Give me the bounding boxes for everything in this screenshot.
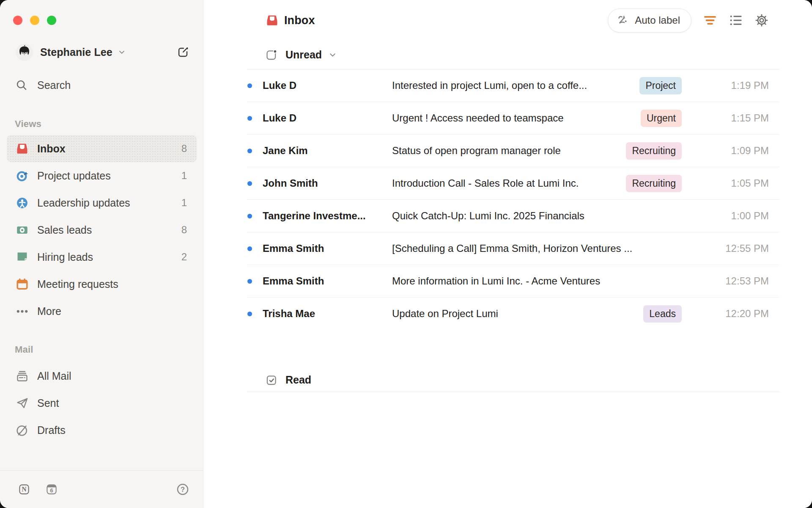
unread-dot	[247, 181, 252, 186]
inbox-icon	[16, 142, 29, 155]
sidebar-item-hiring-leads[interactable]: Hiring leads 2	[7, 243, 197, 271]
sidebar-item-all-mail[interactable]: All Mail	[7, 362, 197, 389]
email-row[interactable]: Tangerine Investme... Quick Catch-Up: Lu…	[247, 200, 779, 232]
sidebar-item-leadership-updates[interactable]: Leadership updates 1	[7, 189, 197, 216]
target-icon	[16, 169, 29, 182]
views-section-label: Views	[15, 119, 41, 130]
send-icon	[16, 397, 29, 410]
email-subject: Urgent ! Access needed to teamspace	[392, 112, 641, 124]
list-icon	[729, 13, 743, 28]
calendar-icon	[16, 278, 29, 291]
email-row[interactable]: Emma Smith More information in Lumi Inc.…	[247, 265, 779, 298]
sidebar-item-count: 2	[181, 251, 187, 263]
email-label-badge: Recruiting	[626, 142, 682, 160]
sidebar-item-meeting-requests[interactable]: Meeting requests	[7, 271, 197, 298]
email-sender: Jane Kim	[263, 145, 392, 157]
email-row[interactable]: Jane Kim Status of open program manager …	[247, 135, 779, 167]
email-list: Luke D Interested in project Lumi, open …	[247, 69, 779, 330]
mail-section-label: Mail	[15, 344, 33, 355]
sidebar-item-inbox[interactable]: Inbox 8	[7, 135, 197, 162]
email-row[interactable]: Emma Smith [Scheduling a Call] Emma Smit…	[247, 232, 779, 265]
chevron-down-icon	[118, 48, 126, 56]
sidebar-item-label: Inbox	[37, 143, 66, 155]
sidebar-item-label: Meeting requests	[37, 278, 118, 290]
read-icon	[266, 374, 277, 386]
inbox-icon	[266, 14, 279, 27]
sidebar-item-more[interactable]: More	[7, 298, 197, 325]
email-row[interactable]: Luke D Urgent ! Access needed to teamspa…	[247, 102, 779, 135]
compose-icon[interactable]	[177, 46, 189, 58]
app-window: Stephanie Lee Search Views Inbox 8 Proje…	[0, 0, 812, 508]
unread-dot	[247, 116, 252, 121]
leadership-icon	[16, 196, 29, 210]
sidebar-item-project-updates[interactable]: Project updates 1	[7, 162, 197, 189]
email-label-badge: Leads	[643, 305, 682, 323]
email-time: 1:09 PM	[682, 145, 769, 157]
close-window-button[interactable]	[13, 16, 22, 25]
svg-text:N: N	[22, 486, 27, 493]
email-subject: Status of open program manager role	[392, 145, 626, 157]
account-switcher[interactable]: Stephanie Lee	[16, 43, 189, 61]
all-mail-icon	[16, 370, 29, 383]
ellipsis-icon	[16, 305, 29, 318]
email-time: 12:55 PM	[682, 243, 769, 254]
money-icon	[16, 224, 29, 237]
auto-label-button[interactable]: Auto label	[608, 8, 691, 33]
window-controls	[13, 16, 56, 25]
unread-icon	[266, 49, 277, 61]
email-subject: Quick Catch-Up: Lumi Inc. 2025 Financial…	[392, 210, 682, 222]
email-sender: Tangerine Investme...	[263, 210, 392, 222]
unread-section-header[interactable]: Unread	[247, 41, 779, 69]
email-subject: More information in Lumi Inc. - Acme Ven…	[392, 275, 682, 287]
svg-text:?: ?	[181, 486, 185, 493]
header-controls: Auto label	[608, 8, 769, 33]
money-icon	[16, 224, 29, 237]
zoom-window-button[interactable]	[47, 16, 56, 25]
read-checkbox-icon	[266, 374, 277, 386]
email-time: 1:00 PM	[682, 210, 769, 222]
sidebar-item-drafts[interactable]: Drafts	[7, 417, 197, 444]
sidebar-item-sales-leads[interactable]: Sales leads 8	[7, 216, 197, 243]
email-label-badge: Recruiting	[626, 175, 682, 192]
calendar-icon	[16, 278, 29, 291]
minimize-window-button[interactable]	[30, 16, 39, 25]
send-icon	[16, 397, 29, 410]
email-row[interactable]: Luke D Interested in project Lumi, open …	[247, 69, 779, 102]
compose-icon	[177, 46, 189, 58]
search-icon	[16, 79, 27, 91]
notion-calendar-icon[interactable]: 6	[46, 483, 58, 495]
read-section-header[interactable]: Read	[247, 368, 779, 392]
unread-section-label: Unread	[285, 49, 322, 61]
sidebar-item-label: More	[37, 305, 61, 318]
sidebar-item-sent[interactable]: Sent	[7, 389, 197, 417]
ellipsis-icon	[16, 305, 29, 318]
settings-gear-icon[interactable]	[754, 13, 769, 28]
help-icon[interactable]: ?	[176, 483, 189, 496]
sidebar-item-label: Hiring leads	[37, 251, 93, 263]
target-icon	[16, 169, 29, 182]
filter-icon[interactable]	[703, 13, 717, 28]
unread-dot	[247, 149, 252, 153]
email-row[interactable]: John Smith Introduction Call - Sales Rol…	[247, 167, 779, 200]
user-name: Stephanie Lee	[40, 46, 112, 58]
email-time: 1:19 PM	[682, 80, 769, 91]
email-sender: John Smith	[263, 177, 392, 189]
email-time: 12:20 PM	[682, 308, 769, 320]
sidebar: Stephanie Lee Search Views Inbox 8 Proje…	[0, 0, 203, 508]
email-label-badge: Urgent	[641, 110, 682, 127]
search-input[interactable]: Search	[16, 78, 71, 92]
list-view-icon[interactable]	[729, 13, 743, 28]
email-subject: Introduction Call - Sales Role at Lumi I…	[392, 177, 626, 189]
email-label-badge: Project	[639, 77, 682, 94]
unread-dot	[247, 246, 252, 251]
email-time: 1:05 PM	[682, 177, 769, 189]
inbox-icon	[16, 142, 29, 155]
notion-logo-icon[interactable]: N	[18, 483, 30, 495]
unread-dot	[247, 312, 252, 316]
all-mail-icon	[16, 370, 29, 383]
chevron-down-icon	[328, 50, 337, 59]
sidebar-footer: N 6 ?	[0, 470, 203, 508]
sidebar-item-label: Sent	[37, 397, 59, 409]
email-sender: Luke D	[263, 80, 392, 91]
email-row[interactable]: Trisha Mae Update on Project Lumi Leads …	[247, 298, 779, 330]
